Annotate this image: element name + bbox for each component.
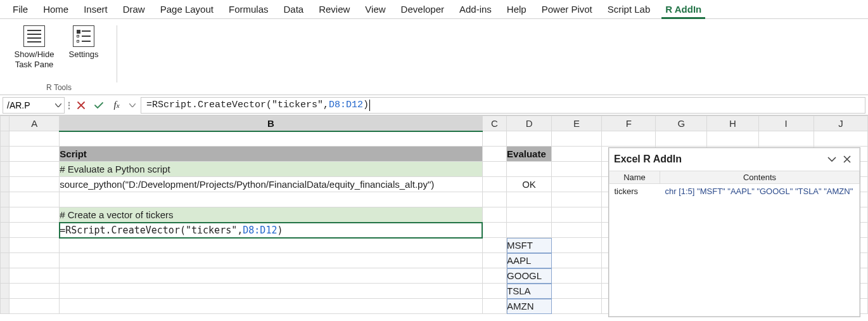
cell-E9[interactable] <box>552 253 602 268</box>
pane-menu-button[interactable] <box>824 152 839 167</box>
cell-B8[interactable] <box>60 238 482 253</box>
pane-col-contents[interactable]: Contents <box>660 171 860 184</box>
cell-H1[interactable] <box>707 131 758 147</box>
cell-E12[interactable] <box>552 299 602 314</box>
col-header-C[interactable]: C <box>482 116 507 131</box>
col-header-D[interactable]: D <box>507 116 552 131</box>
cell-B5[interactable] <box>60 192 482 207</box>
cell-E2[interactable] <box>552 147 602 162</box>
cell-E4[interactable] <box>552 177 602 192</box>
name-box[interactable] <box>3 98 53 113</box>
select-all-corner[interactable] <box>1 116 10 131</box>
tab-script-lab[interactable]: Script Lab <box>600 0 658 18</box>
cell-E10[interactable] <box>552 268 602 284</box>
cell-A2[interactable] <box>10 147 60 162</box>
cell-E8[interactable] <box>552 238 602 253</box>
col-header-I[interactable]: I <box>758 116 814 131</box>
cell-E7[interactable] <box>552 223 602 238</box>
cell-C4[interactable] <box>482 177 507 192</box>
name-box-dropdown[interactable] <box>53 98 64 113</box>
cell-C10[interactable] <box>482 268 507 284</box>
cell-J1[interactable] <box>814 131 867 147</box>
cell-A12[interactable] <box>10 299 60 314</box>
row-header-7[interactable] <box>1 223 10 238</box>
formula-input[interactable]: =RScript.CreateVector("tickers",D8:D12) <box>141 97 865 114</box>
cell-E3[interactable] <box>552 162 602 177</box>
cell-B11[interactable] <box>60 284 482 299</box>
cell-D8[interactable]: MSFT <box>507 238 552 253</box>
col-header-B[interactable]: B <box>60 116 482 131</box>
cell-A3[interactable] <box>10 162 60 177</box>
name-box-wrap[interactable] <box>3 97 65 114</box>
cell-E1[interactable] <box>552 131 602 147</box>
tab-power-pivot[interactable]: Power Pivot <box>534 0 600 18</box>
row-header-3[interactable] <box>1 162 10 177</box>
cell-C9[interactable] <box>482 253 507 268</box>
cell-D1[interactable] <box>507 131 552 147</box>
row-header-4[interactable] <box>1 177 10 192</box>
cell-A10[interactable] <box>10 268 60 284</box>
cell-D5[interactable] <box>507 192 552 207</box>
col-header-A[interactable]: A <box>10 116 60 131</box>
cell-D12[interactable]: AMZN <box>507 299 552 314</box>
row-header-6[interactable] <box>1 207 10 223</box>
formula-bar-expand[interactable] <box>127 97 138 113</box>
cell-A7[interactable] <box>10 223 60 238</box>
cell-E5[interactable] <box>552 192 602 207</box>
cell-B2[interactable]: Script <box>60 147 482 162</box>
cell-E11[interactable] <box>552 284 602 299</box>
cell-B10[interactable] <box>60 268 482 284</box>
tab-file[interactable]: File <box>5 0 35 18</box>
cell-A11[interactable] <box>10 284 60 299</box>
col-header-H[interactable]: H <box>707 116 758 131</box>
row-header-8[interactable] <box>1 238 10 253</box>
row-header-1[interactable] <box>1 131 10 147</box>
cell-D6[interactable] <box>507 207 552 223</box>
cell-D2[interactable]: Evaluate <box>507 147 552 162</box>
cell-C3[interactable] <box>482 162 507 177</box>
cell-C1[interactable] <box>482 131 507 147</box>
cell-B3[interactable]: # Evaluate a Python script <box>60 162 482 177</box>
col-header-F[interactable]: F <box>602 116 656 131</box>
cell-A4[interactable] <box>10 177 60 192</box>
cell-A1[interactable] <box>10 131 60 147</box>
cell-G1[interactable] <box>656 131 707 147</box>
tab-r-addin[interactable]: R AddIn <box>658 0 709 18</box>
cell-C5[interactable] <box>482 192 507 207</box>
cell-C12[interactable] <box>482 299 507 314</box>
insert-function-button[interactable]: fx <box>109 98 124 113</box>
tab-insert[interactable]: Insert <box>76 0 115 18</box>
cell-B12[interactable] <box>60 299 482 314</box>
tab-page-layout[interactable]: Page Layout <box>153 0 221 18</box>
cell-B1[interactable] <box>60 131 482 147</box>
tab-review[interactable]: Review <box>311 0 357 18</box>
row-header-2[interactable] <box>1 147 10 162</box>
show-hide-task-pane-button[interactable]: Show/HideTask Pane <box>11 23 57 70</box>
cell-C8[interactable] <box>482 238 507 253</box>
tab-draw[interactable]: Draw <box>115 0 153 18</box>
cell-E6[interactable] <box>552 207 602 223</box>
pane-col-name[interactable]: Name <box>610 171 660 184</box>
cell-C6[interactable] <box>482 207 507 223</box>
col-header-J[interactable]: J <box>814 116 867 131</box>
cancel-button[interactable] <box>73 98 89 113</box>
row-header-5[interactable] <box>1 192 10 207</box>
cell-B7[interactable]: =RScript.CreateVector("tickers",D8:D12) <box>60 223 482 238</box>
cell-A6[interactable] <box>10 207 60 223</box>
row-header-9[interactable] <box>1 253 10 268</box>
cell-D11[interactable]: TSLA <box>507 284 552 299</box>
tab-view[interactable]: View <box>357 0 393 18</box>
cell-F1[interactable] <box>602 131 656 147</box>
cell-A5[interactable] <box>10 192 60 207</box>
cell-B9[interactable] <box>60 253 482 268</box>
cell-I1[interactable] <box>758 131 814 147</box>
cell-D7[interactable] <box>507 223 552 238</box>
cell-D10[interactable]: GOOGL <box>507 268 552 284</box>
cell-C2[interactable] <box>482 147 507 162</box>
tab-formulas[interactable]: Formulas <box>221 0 276 18</box>
row-header-12[interactable] <box>1 299 10 314</box>
cell-A9[interactable] <box>10 253 60 268</box>
enter-button[interactable] <box>91 98 106 113</box>
cell-C11[interactable] <box>482 284 507 299</box>
tab-add-ins[interactable]: Add-ins <box>452 0 499 18</box>
